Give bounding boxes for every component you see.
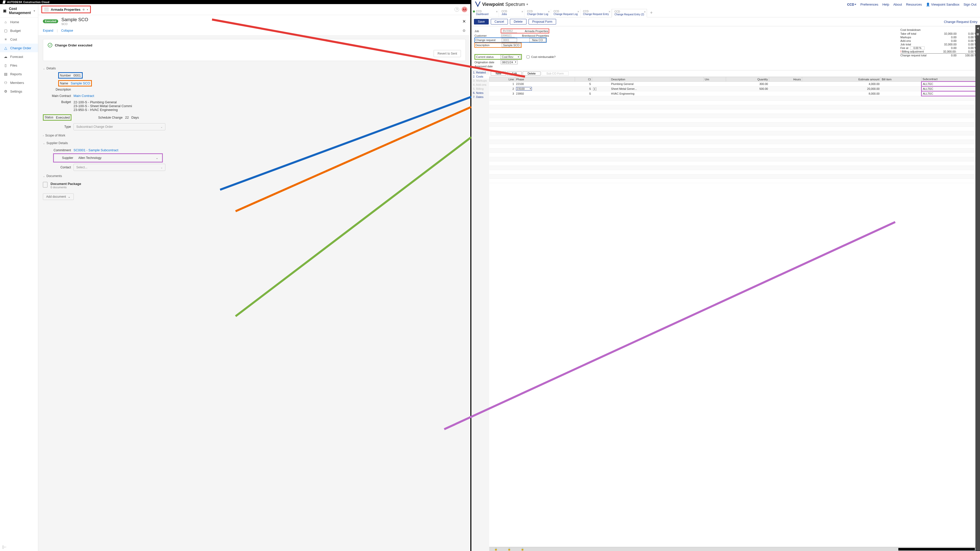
grid-row[interactable]: 223100 ▾S▾Sheet Metal Gener...500.0020,0…: [490, 86, 980, 91]
add-tab-button[interactable]: +: [647, 9, 656, 17]
nav-about[interactable]: About: [893, 3, 902, 6]
revert-button[interactable]: Revert to Sent: [434, 50, 461, 57]
schedule-label: Schedule Change: [94, 116, 123, 119]
col-header[interactable]: Ct: [575, 77, 592, 82]
close-tab-icon[interactable]: ×: [609, 10, 611, 14]
sidebar-item-forecast[interactable]: ☁Forecast: [0, 52, 38, 61]
col-header[interactable]: Bill item: [880, 77, 921, 82]
vp-form: Job BV2062 Armada Properties Customer 33…: [471, 26, 980, 70]
ccd-dropdown[interactable]: CCD ▾: [847, 3, 856, 6]
subnav-dates[interactable]: 7. Dates: [471, 95, 489, 99]
supplier-select[interactable]: Allen Technology ⌄: [76, 155, 161, 161]
reimb-checkbox[interactable]: [527, 56, 530, 59]
section-scope[interactable]: › Scope of Work: [43, 132, 466, 139]
sidebar-item-members[interactable]: ⚇Members: [0, 78, 38, 87]
save-button[interactable]: Save: [474, 19, 488, 24]
proposal-button[interactable]: Proposal Form: [528, 19, 556, 24]
budget-link[interactable]: 23-950-S - HVAC Engineering: [73, 108, 132, 112]
tab-jobs[interactable]: CCDJobs×: [499, 9, 525, 17]
sidebar-collapse-icon[interactable]: |←: [3, 545, 7, 549]
sidebar-item-home[interactable]: ⌂Home: [0, 17, 38, 26]
scrollbar[interactable]: [898, 548, 975, 551]
contact-select[interactable]: Select... ⌄: [73, 164, 165, 171]
tab-change-request-entry[interactable]: CCDChange Request Entry×: [581, 9, 612, 17]
sidebar-item-files[interactable]: ▯Files: [0, 61, 38, 70]
section-docs[interactable]: ⌄ Documents: [43, 172, 466, 180]
col-header[interactable]: Hours: [769, 77, 802, 82]
name-value[interactable]: Sample SCO: [71, 81, 90, 85]
status-select[interactable]: Cost Rev▾: [501, 55, 520, 59]
budget-link[interactable]: 23-100-S - Sheet Metal General Commi: [73, 104, 132, 108]
col-header[interactable]: Description: [610, 77, 703, 82]
cr-input[interactable]: 0001: [502, 38, 517, 42]
subco-button[interactable]: Sub CO Form: [542, 71, 569, 76]
budget-link[interactable]: 22-100-S - Plumbing General: [73, 100, 132, 104]
section-details[interactable]: ⌄ Details: [43, 65, 466, 72]
orig-date-input[interactable]: 08/21/24▾: [501, 60, 517, 64]
settings-icon[interactable]: ⚙: [463, 29, 466, 33]
main-contract-link[interactable]: Main Contract: [73, 94, 94, 98]
section-supplier[interactable]: ⌄ Supplier Details: [43, 139, 466, 147]
sidebar-item-settings[interactable]: ⚙Settings: [0, 87, 38, 96]
commitment-link[interactable]: SC0001 - Sample Subcontract: [73, 148, 118, 152]
phase-select[interactable]: 23100 ▾: [516, 87, 532, 91]
nav-preferences[interactable]: Preferences: [860, 3, 878, 6]
col-header[interactable]: Subcontract: [921, 77, 980, 82]
col-header[interactable]: Line: [490, 77, 515, 82]
add-document-button[interactable]: Add document ⌄: [43, 193, 74, 200]
col-header[interactable]: Quantity: [726, 77, 769, 82]
sidebar-item-cost[interactable]: ≡Cost: [0, 35, 38, 44]
type-select[interactable]: Subcontract Change Order ⌄: [73, 123, 165, 130]
expand-link[interactable]: Expand: [43, 29, 53, 32]
collapse-link[interactable]: Collapse: [61, 29, 73, 32]
col-header[interactable]: Um: [703, 77, 726, 82]
tab-change-request-log[interactable]: CCDChange Request Log×: [551, 9, 581, 17]
close-tab-icon[interactable]: ×: [496, 10, 498, 14]
nav-user[interactable]: 👤 Viewpoint Sandbox: [926, 3, 959, 6]
user-avatar[interactable]: AA: [462, 6, 467, 12]
sidebar-item-budget[interactable]: ▢Budget: [0, 26, 38, 35]
close-tab-icon[interactable]: ×: [548, 10, 550, 14]
nav-help[interactable]: Help: [882, 3, 889, 6]
grid-row-empty: [490, 105, 980, 110]
new-co-button[interactable]: New CO: [529, 38, 546, 42]
grid-row-empty: [490, 148, 980, 153]
grid-row-empty: [490, 140, 980, 144]
sidebar-item-change-order[interactable]: △Change Order: [0, 44, 38, 52]
delete-button[interactable]: Delete: [510, 19, 527, 24]
cost-grid[interactable]: LinePhaseCtDescriptionUmQuantityHoursEst…: [489, 77, 980, 547]
col-header[interactable]: [592, 77, 610, 82]
close-icon[interactable]: ×: [463, 18, 466, 25]
tab-change-request-entry-2-[interactable]: CCDChange Request Entry (2)×: [612, 9, 647, 17]
cancel-button[interactable]: Cancel: [491, 19, 508, 24]
job-input[interactable]: BV2062: [502, 29, 517, 33]
content-scroll[interactable]: ✓ Change Order executed Revert to Sent ⌄…: [38, 35, 470, 551]
nav-resources[interactable]: Resources: [906, 3, 922, 6]
signout-link[interactable]: Sign Out: [963, 3, 977, 6]
close-tab-icon[interactable]: ×: [578, 10, 579, 14]
subnav-related[interactable]: 1. Related: [471, 70, 489, 75]
grid-row[interactable]: 122100SPlumbing General300.004,000.00ALL…: [490, 82, 980, 86]
collapse-icon[interactable]: ◀: [977, 27, 979, 30]
new-button[interactable]: New: [491, 71, 506, 76]
grid-row[interactable]: 323950SHVAC Engineering8,000.00ALLTEC: [490, 91, 980, 96]
page-title: Sample SCO: [61, 17, 88, 22]
project-selector[interactable]: Armada Properties ⊕ ▾: [41, 6, 91, 13]
tab-change-order-log[interactable]: CCDChange Order Log×: [525, 9, 551, 17]
col-header[interactable]: Estimate amount: [802, 77, 880, 82]
close-tab-icon[interactable]: ×: [522, 10, 523, 14]
grid-row-empty: [490, 162, 980, 166]
edit-button[interactable]: Edit: [507, 71, 522, 76]
desc-input[interactable]: Sample SCO: [502, 43, 520, 47]
sidebar-item-reports[interactable]: ▤Reports: [0, 70, 38, 78]
panel-icon[interactable]: ▦: [977, 32, 979, 36]
help-icon[interactable]: ?: [455, 7, 459, 12]
delete-button[interactable]: Delete: [523, 71, 541, 76]
close-tab-icon[interactable]: ×: [644, 10, 646, 14]
tab-dashboard[interactable]: CCDDashboard×: [473, 9, 499, 17]
module-selector[interactable]: ▣ Cost Management ▾: [0, 4, 38, 17]
subnav-costs[interactable]: 2. Costs: [471, 75, 489, 79]
subnav-notes[interactable]: 6. Notes: [471, 91, 489, 95]
col-header[interactable]: Phase: [515, 77, 575, 82]
dropdown-icon[interactable]: ▾: [593, 87, 597, 91]
